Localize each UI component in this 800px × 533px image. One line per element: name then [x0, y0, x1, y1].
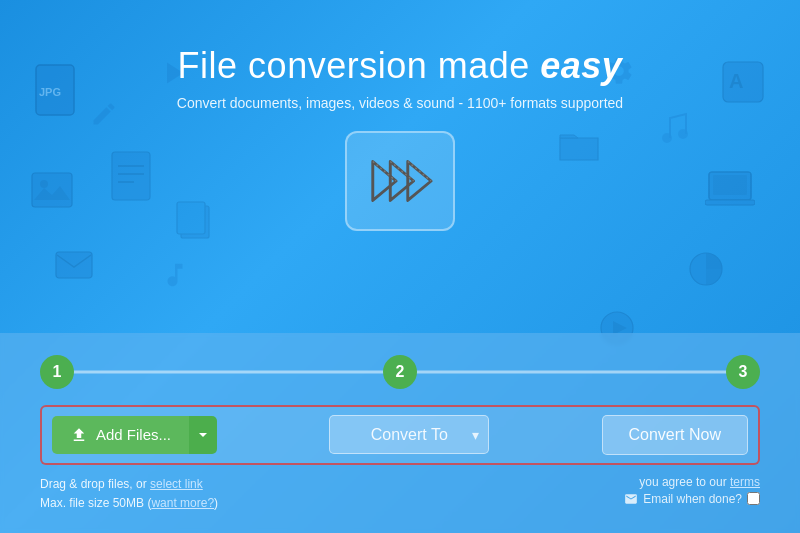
email-checkbox[interactable]: [747, 492, 760, 505]
svg-rect-4: [56, 252, 92, 278]
add-files-group: Add Files...: [52, 416, 217, 454]
decor-note-icon: [160, 260, 190, 294]
hero-title-normal: File conversion made: [178, 45, 541, 86]
step-2-badge: 2: [383, 355, 417, 389]
drag-text: Drag & drop files, or: [40, 477, 147, 491]
dropdown-arrow-icon: [197, 429, 209, 441]
upload-icon: [70, 426, 88, 444]
convert-now-button[interactable]: Convert Now: [602, 415, 748, 455]
bottom-panel: 1 2 3 Add Files...: [0, 333, 800, 533]
max-size-text: Max. file size 50MB: [40, 496, 144, 510]
email-check-row: Email when done?: [624, 492, 760, 506]
logo-box: [345, 131, 455, 231]
logo-svg: [365, 146, 435, 216]
email-when-done-label: Email when done?: [643, 492, 742, 506]
want-more-link[interactable]: want more?: [151, 496, 214, 510]
terms-link[interactable]: terms: [730, 475, 760, 489]
info-row: Drag & drop files, or select link Max. f…: [40, 475, 760, 513]
decor-pie-icon: [687, 250, 725, 292]
convert-to-container: Convert To PDF JPG PNG MP3 MP4 DOCX: [329, 415, 489, 454]
drag-drop-info: Drag & drop files, or select link Max. f…: [40, 475, 218, 513]
logo-container: [0, 131, 800, 231]
right-info: you agree to our terms Email when done?: [624, 475, 760, 506]
convert-to-wrap: Convert To PDF JPG PNG MP3 MP4 DOCX: [229, 415, 589, 454]
convert-to-select[interactable]: Convert To PDF JPG PNG MP3 MP4 DOCX: [329, 415, 489, 454]
step-1-badge: 1: [40, 355, 74, 389]
add-files-button[interactable]: Add Files...: [52, 416, 189, 454]
action-row: Add Files... Convert To PDF JPG PNG MP3 …: [40, 405, 760, 465]
hero-title: File conversion made easy: [0, 45, 800, 87]
select-link[interactable]: select link: [150, 477, 203, 491]
hero-subtitle: Convert documents, images, videos & soun…: [0, 95, 800, 111]
hero-section: File conversion made easy Convert docume…: [0, 0, 800, 231]
steps-row: 1 2 3: [40, 355, 760, 389]
hero-title-emphasis: easy: [540, 45, 622, 86]
email-icon: [624, 492, 638, 506]
step-3-badge: 3: [726, 355, 760, 389]
convert-now-label: Convert Now: [629, 426, 721, 443]
add-files-label: Add Files...: [96, 426, 171, 443]
add-files-dropdown-button[interactable]: [189, 416, 217, 454]
decor-email-icon: [55, 250, 93, 284]
terms-text: you agree to our terms: [639, 475, 760, 489]
